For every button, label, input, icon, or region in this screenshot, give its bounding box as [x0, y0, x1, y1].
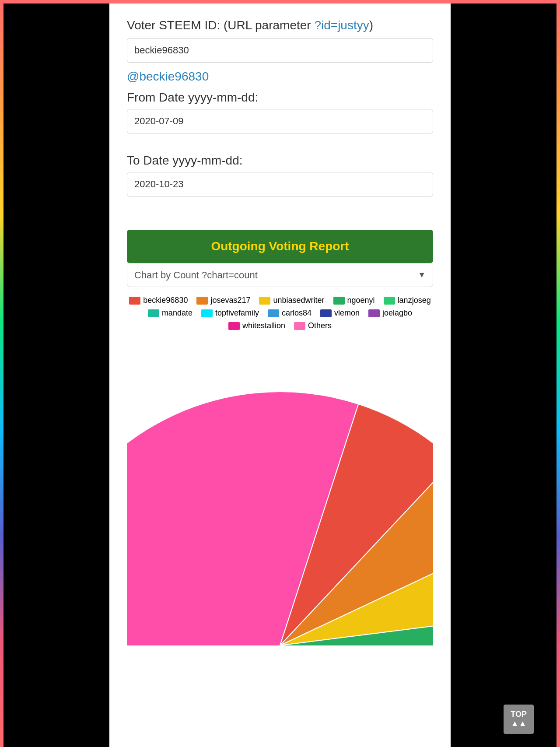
outgoing-voting-report-button[interactable]: Outgoing Voting Report	[127, 230, 433, 263]
voter-id-label: Voter STEEM ID: (URL parameter ?id=justy…	[127, 17, 433, 34]
legend-item: josevas217	[196, 296, 250, 305]
outer-border: Voter STEEM ID: (URL parameter ?id=justy…	[0, 0, 560, 747]
legend-item: Others	[294, 321, 332, 330]
pie-chart: 5%5%4%4%4%3%2%2%2%2%	[127, 339, 433, 645]
from-date-input[interactable]	[127, 109, 433, 133]
legend-item: vlemon	[320, 309, 360, 318]
top-button[interactable]: TOP▲▲	[504, 705, 534, 734]
legend-item: topfivefamily	[201, 309, 259, 318]
legend-color-swatch	[201, 309, 213, 317]
legend-label: topfivefamily	[215, 309, 259, 318]
from-date-label: From Date yyyy-mm-dd:	[127, 91, 433, 105]
top-icon: ▲▲	[511, 719, 527, 728]
legend-color-swatch	[333, 297, 345, 305]
legend-item: carlos84	[268, 309, 312, 318]
legend-color-swatch	[228, 322, 240, 330]
legend-color-swatch	[259, 297, 270, 305]
chart-select-container: Chart by Count ?chart=count Chart by Val…	[127, 263, 433, 287]
legend-color-swatch	[148, 309, 159, 317]
to-date-input[interactable]	[127, 172, 433, 196]
legend-label: josevas217	[210, 296, 250, 305]
legend-label: lanzjoseg	[398, 296, 431, 305]
legend-item: whitestallion	[228, 321, 285, 330]
legend-item: beckie96830	[129, 296, 188, 305]
legend-item: mandate	[148, 309, 192, 318]
legend-item: joelagbo	[368, 309, 412, 318]
legend-label: Others	[308, 321, 332, 330]
legend-color-swatch	[129, 297, 140, 305]
legend-color-swatch	[196, 297, 208, 305]
legend-color-swatch	[384, 297, 395, 305]
voter-id-input[interactable]	[127, 38, 433, 63]
to-date-label: To Date yyyy-mm-dd:	[127, 154, 433, 168]
legend-color-swatch	[320, 309, 332, 317]
legend-item: unbiasedwriter	[259, 296, 324, 305]
legend-label: unbiasedwriter	[273, 296, 324, 305]
legend-color-swatch	[268, 309, 279, 317]
user-profile-link[interactable]: @beckie96830	[127, 70, 433, 84]
content-area: Voter STEEM ID: (URL parameter ?id=justy…	[109, 4, 451, 747]
inner-frame: Voter STEEM ID: (URL parameter ?id=justy…	[4, 4, 556, 747]
chevron-down-icon: ▼	[418, 270, 426, 280]
legend-label: joelagbo	[382, 309, 412, 318]
legend-label: carlos84	[282, 309, 312, 318]
chart-type-select[interactable]: Chart by Count ?chart=count Chart by Val…	[134, 270, 418, 281]
legend-color-swatch	[294, 322, 305, 330]
legend-label: vlemon	[334, 309, 360, 318]
legend-label: ngoenyi	[347, 296, 375, 305]
legend-label: beckie96830	[143, 296, 188, 305]
legend-item: lanzjoseg	[384, 296, 431, 305]
legend-label: whitestallion	[242, 321, 285, 330]
legend-color-swatch	[368, 309, 380, 317]
chart-legend: beckie96830josevas217unbiasedwriterngoen…	[127, 296, 433, 330]
legend-label: mandate	[162, 309, 192, 318]
legend-item: ngoenyi	[333, 296, 375, 305]
